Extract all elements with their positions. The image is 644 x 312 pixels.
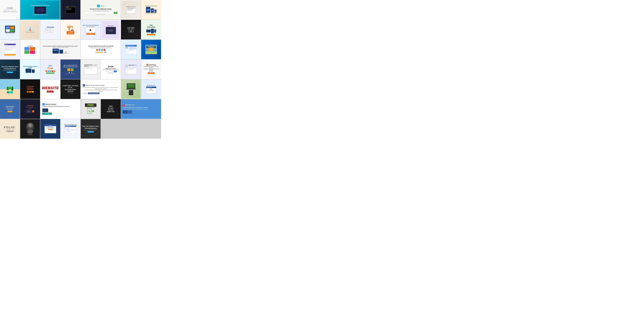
tile-sitejam[interactable]: SITEJAM A simple, powerful website creat…: [0, 0, 20, 19]
tile-fb-pro[interactable]: ✦ NEW! BEST VALUE Create a professional,…: [121, 99, 161, 119]
tile-darkscreen[interactable]: [60, 0, 80, 19]
tile-newsite[interactable]: NEW WEBSITE Website ConfigurationBusines…: [0, 99, 20, 119]
thriving2-title: Turn Your Passion into aThriving Busines…: [82, 125, 99, 129]
tile-yola[interactable]: YBUILDER: [40, 20, 60, 39]
tile-moonfruit[interactable]: moonfruit Hello Prince de la V...it's fr…: [20, 99, 40, 119]
tile-dark-person[interactable]: Photography: [20, 119, 40, 139]
tile-company-site[interactable]: Your Company Home: [121, 40, 141, 59]
tile-monitor-display[interactable]: Option 1 | Option 2 | Logo: [0, 20, 20, 39]
tile-suit-man[interactable]: 👔 Professional Business: [20, 20, 40, 39]
tile-online-builder[interactable]: ONLINE WEBSITE BUILDER SOFTWARE Comparin…: [81, 40, 121, 59]
tile-sitepal[interactable]: A simple, powerful website creator Start…: [20, 0, 60, 19]
tile-tattoo[interactable]: TATTOO BODY INDIC... Enter: [121, 20, 141, 39]
thriving-title: Turn Your Passion into aThriving Busines…: [2, 66, 18, 70]
tile-beach-scene[interactable]: [0, 79, 20, 99]
tile-website-3d[interactable]: WEBSITE W E B: [40, 79, 60, 99]
tile-mipagina[interactable]: Mi página personal: [121, 0, 141, 19]
tile-responsive[interactable]: Responsive Web Design Responsive Design …: [141, 0, 161, 19]
tile-free-builder[interactable]: FREE WEBSITE BUILDER 🏠 ✓ free: [81, 99, 100, 119]
tile-fbshop[interactable]: f Why not set up a Facebook Shop? We can…: [81, 79, 121, 99]
tile-thriving-business[interactable]: Turn Your Passion into aThriving Busines…: [0, 60, 20, 79]
tile-pccleaner[interactable]: PC Cleaner Pro PC Cleaner Pro 24/7 full …: [141, 79, 161, 99]
tile-builder-mascot[interactable]: 🏗️ YOURWEB SITE: [60, 20, 80, 39]
tile-ucoz[interactable]: uCoz Free GET STARTED: [40, 60, 60, 79]
tile-create-free2[interactable]: CREATE A FREE WEBSITE CREATE A FREE WEBS…: [141, 40, 161, 59]
tile-category[interactable]: Category: [20, 40, 40, 59]
tile-folio[interactable]: FOLIO. Portfolio Website: [0, 119, 20, 139]
tile-thriving2[interactable]: Turn Your Passion into aThriving Busines…: [81, 119, 100, 139]
tile-tabs-editor[interactable]: Tab1 Tab2 Tab3: [121, 60, 141, 79]
tile-idgy[interactable]: idgy Create a websitefor your business. …: [141, 20, 161, 39]
tile-laptop-scene[interactable]: 🌿: [121, 79, 141, 99]
tile-nocode[interactable]: Build amazing responsive websites with a…: [40, 40, 80, 59]
tile-make-own[interactable]: Make Your Own Free Website Call 1-800-80…: [81, 20, 100, 39]
tile-create-free[interactable]: ✦ netvibe Create a Free Website Today St…: [81, 0, 121, 19]
tile-mobirise[interactable]: MOBIRISE MOBILE WEBSITE BUILDER 💻 📱: [20, 60, 40, 79]
tile-jimdo[interactable]: jimdo Simply great websites. Over 1,000 …: [101, 60, 121, 79]
tile-build-your-own[interactable]: website Build Your OwnFree Professional …: [40, 119, 60, 139]
tile-start-today[interactable]: G StartToday SURPRISINGLY SIMPLE, FREE A…: [141, 60, 161, 79]
create-free-title: Create a Free Website Today: [90, 8, 112, 10]
tile-ws-builder[interactable]: 🌐 Website Builder Get online. Grow your …: [40, 99, 80, 119]
tile-exceptional[interactable]: EVERYTHING YOU NEED TO CR...AN EXCEPTION…: [60, 79, 80, 99]
tile-sell-products[interactable]: SELL YOUR PRODUCTSONLINE SHOPPING CART 🛒…: [60, 60, 80, 79]
tile-programming[interactable]: Programming/Engineering Engineering Co. …: [60, 119, 80, 139]
image-grid: SITEJAM A simple, powerful website creat…: [0, 0, 161, 139]
tile-free-designer[interactable]: FREEDesignerBusinessTEMPLATES: [101, 99, 121, 119]
tile-preview-website[interactable]: website Preview-website.com: [0, 40, 20, 59]
tile-90sec-builder[interactable]: 90 SECONDWEBSITEBUILDER 8: [20, 79, 40, 99]
tile-editor[interactable]: File Edit View Insert: [81, 60, 100, 79]
tile-mix-future[interactable]: Mix Future Website Editor Interface: [101, 20, 121, 39]
